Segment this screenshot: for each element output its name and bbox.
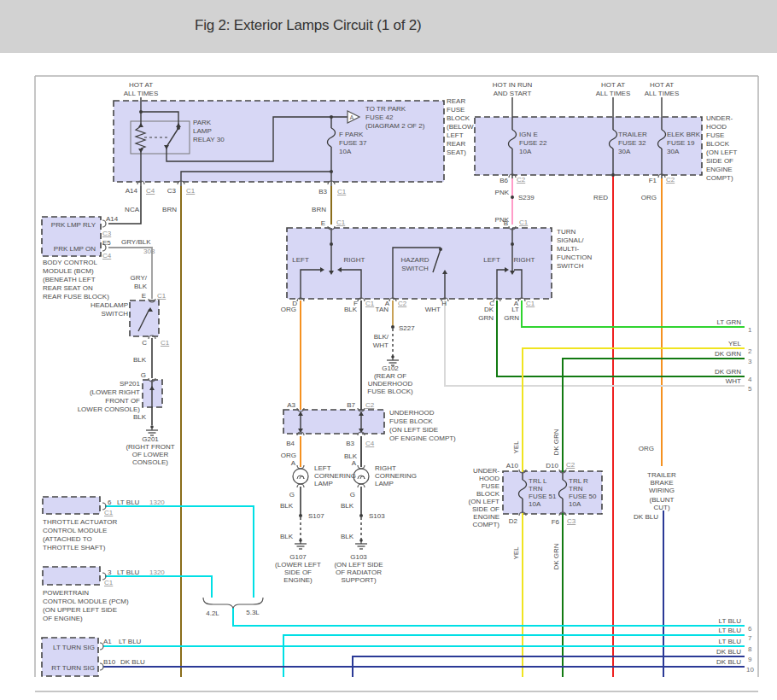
label-10a: 10A	[569, 500, 581, 508]
label-a1: A1	[103, 638, 112, 645]
exterior-lamps-circuit-diagram: AHOT ATALL TIMESHOT IN RUNAND STARTHOT A…	[0, 0, 777, 700]
label-org: ORG	[639, 445, 654, 452]
junction-dot-4	[299, 514, 302, 517]
label-right-front: (RIGHT FRONT	[126, 443, 174, 451]
label-g201: G201	[142, 435, 159, 443]
label-c1: C1	[186, 187, 196, 195]
engine-option-brace-icon	[203, 598, 263, 608]
label-g: G	[289, 491, 295, 499]
label-org: ORG	[281, 452, 296, 459]
label-lt-blu: LT BLU	[719, 627, 742, 634]
pcm-box	[43, 567, 100, 585]
label-on-left: (ON LEFT	[469, 498, 500, 505]
label-c: C	[142, 339, 147, 347]
label-cornering: CORNERING	[375, 472, 417, 480]
label-below: (BELOW	[447, 123, 474, 131]
label-block: BLOCK	[476, 490, 500, 498]
label-6: 6	[108, 499, 112, 506]
label-trl-l: TRL L	[529, 477, 547, 485]
label-right: RIGHT	[514, 256, 535, 264]
label-dk-blu: DK BLU	[120, 658, 145, 666]
label-c3: C3	[567, 517, 576, 525]
label-red: RED	[593, 194, 608, 201]
label-of-engine: OF ENGINE)	[43, 615, 83, 622]
junction-dot-5	[359, 514, 363, 517]
label-right: RIGHT	[344, 256, 365, 264]
label-side-of: SIDE OF	[284, 569, 312, 576]
junction-dot-11	[139, 110, 143, 114]
label-c1: C1	[337, 188, 347, 195]
label-c2: C2	[566, 461, 575, 469]
label-b3: B3	[346, 440, 354, 447]
label-c4: C4	[102, 252, 112, 260]
label-lt-blu: LT BLU	[117, 499, 140, 506]
label-compt: COMPT)	[706, 174, 733, 182]
label-c1: C1	[336, 219, 346, 226]
label-support: SUPPORT)	[341, 576, 377, 584]
label-a: A	[291, 459, 296, 467]
label-left: LEFT	[483, 256, 500, 264]
label-to-tr-park: TO TR PARK	[365, 105, 406, 113]
label-yel: YEL	[512, 440, 520, 454]
label-switch: SWITCH	[401, 265, 429, 272]
label-f6: F6	[552, 518, 560, 526]
label-rear-seat-on: REAR SEAT ON	[43, 284, 93, 292]
label-g107: G107	[289, 553, 307, 561]
label-c1: C1	[365, 300, 375, 307]
label-brn: BRN	[162, 206, 177, 213]
label-tan: TAN	[376, 306, 389, 313]
wire-ltgrn-a	[522, 300, 745, 327]
label-switch: SWITCH	[101, 310, 128, 318]
label-lt-turn-sig: LT TURN SIG	[53, 644, 95, 651]
label-a14: A14	[106, 215, 119, 223]
label-blk: BLK	[134, 283, 148, 290]
label-c1: C1	[104, 509, 114, 516]
label-c2: C2	[666, 176, 675, 184]
underhood-fuse-block-mid	[283, 410, 384, 434]
label-lower-left: (LOWER LEFT	[275, 561, 321, 569]
label-relay-30: RELAY 30	[193, 136, 225, 143]
label-fuse: FUSE	[482, 482, 500, 490]
label-on-upper-left-side: (ON UPPER LEFT SIDE	[43, 606, 117, 614]
label-prk-lmp-on: PRK LMP ON	[54, 245, 96, 253]
label-hood: HOOD	[479, 475, 500, 482]
label-left: LEFT	[447, 131, 464, 139]
label-block: BLOCK	[706, 140, 730, 148]
label-a10: A10	[506, 462, 519, 470]
label-brn: BRN	[312, 206, 326, 213]
label-10a: 10A	[339, 148, 352, 155]
label-7: 7	[748, 634, 752, 642]
label-d2: D2	[509, 517, 518, 525]
label-c1: C1	[526, 300, 535, 307]
label-rt-turn-sig: RT TURN SIG	[51, 664, 95, 672]
label-b6: B6	[500, 177, 508, 184]
wire-ltblu-pcm	[105, 576, 212, 598]
label-s239: S239	[518, 194, 535, 201]
label-trailer: TRAILER	[618, 131, 647, 138]
title-bar: Fig 2: Exterior Lamps Circuit (1 of 2)	[0, 0, 777, 53]
label-308: 308	[143, 248, 155, 255]
label-wiring: WIRING	[649, 487, 675, 494]
label-g: G	[350, 491, 355, 499]
junction-dot-2	[511, 195, 514, 199]
label-fuse-19: FUSE 19	[667, 139, 695, 147]
label-hazard: HAZARD	[401, 256, 429, 264]
label-b10: B10	[103, 658, 116, 666]
label-dk-blu: DK BLU	[716, 648, 741, 656]
label-lt-blu: LT BLU	[719, 638, 742, 645]
label-3: 3	[748, 358, 752, 365]
label-elek-brk: ELEK BRK	[667, 131, 701, 138]
label-fuse-42: FUSE 42	[365, 114, 394, 121]
label-10a: 10A	[519, 148, 532, 155]
label-fuse-37: FUSE 37	[339, 139, 367, 147]
label-b4: B4	[286, 440, 295, 447]
label-engine: ENGINE)	[283, 576, 313, 584]
label-dk-grn: DK GRN	[715, 368, 741, 376]
label-multi: MULTI-	[557, 245, 579, 253]
label-switch: SWITCH	[557, 262, 584, 270]
label-underhood: UNDERHOOD	[368, 380, 413, 388]
label-of-engine-compt: OF ENGINE COMPT)	[389, 435, 456, 442]
label-blunt: (BLUNT	[650, 496, 675, 504]
label-engine: ENGINE	[706, 166, 733, 173]
label-5: 5	[748, 385, 752, 393]
